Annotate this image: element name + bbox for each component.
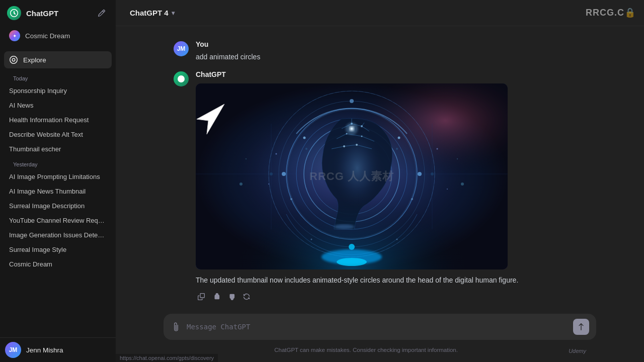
svg-point-60	[246, 158, 247, 159]
user-avatar: JM	[5, 342, 21, 358]
user-message-content: You add animated circles	[196, 40, 586, 62]
svg-point-57	[447, 189, 448, 190]
chevron-down-icon: ▾	[172, 10, 175, 17]
svg-point-61	[457, 158, 458, 159]
gpt-message-content: ChatGPT	[196, 70, 586, 302]
cosmic-dream-label: Cosmic Dream	[25, 32, 70, 40]
sidebar-item-ai-prompting[interactable]: AI Image Prompting Limitations	[4, 169, 112, 184]
svg-point-55	[268, 184, 269, 185]
today-section-label: Today	[4, 70, 112, 83]
attach-button[interactable]	[171, 321, 182, 332]
chat-input[interactable]	[187, 322, 568, 332]
svg-point-59	[396, 239, 398, 240]
chat-messages: JM You add animated circles ChatGPT	[116, 26, 644, 308]
sidebar-explore-section: Explore	[0, 47, 116, 70]
udemy-label: Udemy	[569, 348, 586, 354]
chat-list: Today Sponsorship Inquiry AI News Health…	[0, 70, 116, 337]
disclaimer-text: ChatGPT can make mistakes. Consider chec…	[174, 344, 558, 358]
svg-point-54	[276, 153, 277, 155]
gpt-message-avatar	[174, 71, 189, 86]
svg-point-58	[311, 239, 312, 240]
sidebar-item-thumbnail-escher[interactable]: Thumbnail escher	[4, 142, 112, 156]
regenerate-button[interactable]	[241, 291, 252, 302]
thumbs-up-button[interactable]	[211, 291, 222, 302]
explore-label: Explore	[23, 56, 46, 64]
sidebar-user-footer[interactable]: JM Jenn Mishra	[0, 337, 116, 362]
sidebar-item-sponsorship[interactable]: Sponsorship Inquiry	[4, 83, 112, 98]
chat-header: ChatGPT 4 ▾	[116, 0, 644, 26]
chat-input-wrapper	[164, 314, 596, 340]
sidebar-logo[interactable]: ChatGPT	[7, 6, 58, 20]
main-content: RRCG.C🔒 ChatGPT 4 ▾ JM You add animated …	[116, 0, 644, 362]
sidebar-item-health[interactable]: Health Information Request	[4, 113, 112, 127]
chatgpt-logo-icon	[7, 6, 21, 20]
sidebar-item-surreal-style[interactable]: Surreal Image Style	[4, 242, 112, 257]
sidebar: ChatGPT ✦ Cosmic Dream Explore Today Spo	[0, 0, 116, 362]
user-message-author: You	[196, 40, 586, 48]
gpt-message-author: ChatGPT	[196, 70, 586, 78]
sidebar-item-youtube-review[interactable]: YouTube Channel Review Request	[4, 213, 112, 228]
sidebar-item-alt-text[interactable]: Describe Website Alt Text	[4, 127, 112, 142]
svg-rect-50	[196, 83, 508, 269]
gpt-message-text: The updated thumbnail now includes anima…	[196, 275, 586, 286]
svg-point-52	[337, 258, 367, 266]
model-selector[interactable]: ChatGPT 4 ▾	[126, 7, 179, 19]
sidebar-item-image-gen[interactable]: Image Generation Issues Detected	[4, 228, 112, 242]
explore-icon	[9, 55, 18, 64]
svg-point-56	[437, 148, 438, 150]
sidebar-header: ChatGPT	[0, 0, 116, 26]
sidebar-item-surreal-desc[interactable]: Surreal Image Description	[4, 199, 112, 213]
yesterday-section-label: Yesterday	[4, 156, 112, 169]
model-name: ChatGPT 4	[130, 9, 169, 17]
sidebar-app-name: ChatGPT	[26, 9, 58, 18]
chat-input-area	[153, 308, 606, 344]
sidebar-item-cosmic-dream[interactable]: ✦ Cosmic Dream	[4, 26, 112, 45]
cosmic-dream-avatar: ✦	[9, 30, 20, 41]
message-actions	[196, 291, 586, 302]
new-chat-button[interactable]	[95, 6, 109, 20]
ai-generated-image: RRCG 人人素材	[196, 83, 508, 269]
gpt-message: ChatGPT	[153, 66, 606, 306]
user-message-avatar: JM	[174, 41, 189, 56]
svg-point-53	[334, 224, 354, 229]
sidebar-item-ai-news-thumb[interactable]: AI Image News Thumbnail	[4, 184, 112, 199]
sidebar-item-explore[interactable]: Explore	[4, 51, 112, 68]
send-button[interactable]	[573, 319, 589, 335]
copy-button[interactable]	[196, 291, 207, 302]
url-bar: https://chat.openai.com/gpts/discovery	[116, 354, 218, 362]
sidebar-item-cosmic-dream2[interactable]: Cosmic Dream	[4, 257, 112, 272]
user-message-text: add animated circles	[196, 51, 586, 62]
user-message: JM You add animated circles	[153, 36, 606, 66]
user-name: Jenn Mishra	[26, 346, 63, 354]
thumbs-down-button[interactable]	[226, 291, 237, 302]
sidebar-item-ai-news[interactable]: AI News	[4, 98, 112, 113]
